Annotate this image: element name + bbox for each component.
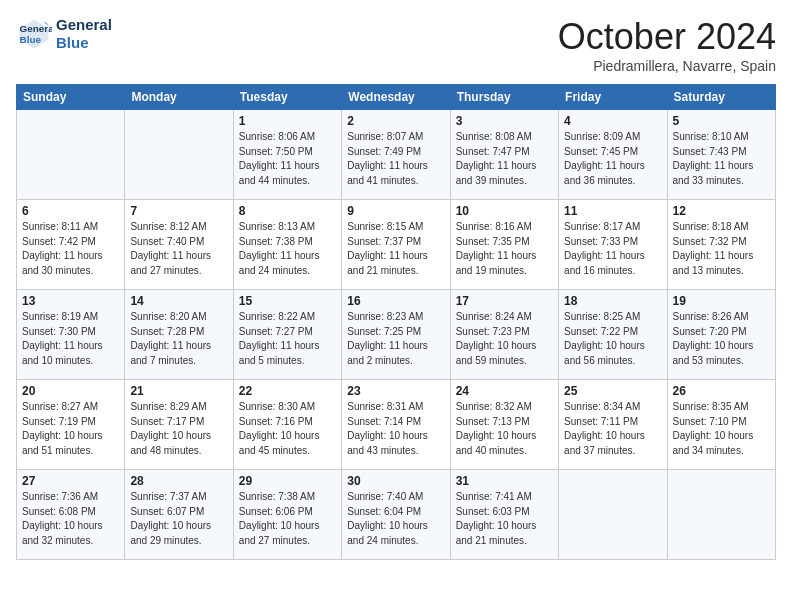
calendar-cell — [125, 110, 233, 200]
calendar-cell — [559, 470, 667, 560]
col-header-monday: Monday — [125, 85, 233, 110]
calendar-cell: 4Sunrise: 8:09 AM Sunset: 7:45 PM Daylig… — [559, 110, 667, 200]
day-number: 4 — [564, 114, 661, 128]
col-header-friday: Friday — [559, 85, 667, 110]
title-block: October 2024 Piedramillera, Navarre, Spa… — [558, 16, 776, 74]
calendar-cell: 23Sunrise: 8:31 AM Sunset: 7:14 PM Dayli… — [342, 380, 450, 470]
calendar-cell: 24Sunrise: 8:32 AM Sunset: 7:13 PM Dayli… — [450, 380, 558, 470]
day-number: 5 — [673, 114, 770, 128]
logo-line1: General — [56, 16, 112, 34]
calendar-cell: 12Sunrise: 8:18 AM Sunset: 7:32 PM Dayli… — [667, 200, 775, 290]
col-header-tuesday: Tuesday — [233, 85, 341, 110]
day-info: Sunrise: 8:26 AM Sunset: 7:20 PM Dayligh… — [673, 310, 770, 368]
day-number: 22 — [239, 384, 336, 398]
day-info: Sunrise: 7:41 AM Sunset: 6:03 PM Dayligh… — [456, 490, 553, 548]
day-number: 8 — [239, 204, 336, 218]
day-number: 2 — [347, 114, 444, 128]
day-info: Sunrise: 7:38 AM Sunset: 6:06 PM Dayligh… — [239, 490, 336, 548]
calendar-cell: 3Sunrise: 8:08 AM Sunset: 7:47 PM Daylig… — [450, 110, 558, 200]
calendar-header-row: SundayMondayTuesdayWednesdayThursdayFrid… — [17, 85, 776, 110]
calendar-cell: 28Sunrise: 7:37 AM Sunset: 6:07 PM Dayli… — [125, 470, 233, 560]
day-number: 25 — [564, 384, 661, 398]
day-info: Sunrise: 8:20 AM Sunset: 7:28 PM Dayligh… — [130, 310, 227, 368]
week-row-2: 6Sunrise: 8:11 AM Sunset: 7:42 PM Daylig… — [17, 200, 776, 290]
calendar-cell: 2Sunrise: 8:07 AM Sunset: 7:49 PM Daylig… — [342, 110, 450, 200]
page-header: General Blue General Blue October 2024 P… — [16, 16, 776, 74]
logo: General Blue General Blue — [16, 16, 112, 52]
calendar-cell: 20Sunrise: 8:27 AM Sunset: 7:19 PM Dayli… — [17, 380, 125, 470]
day-number: 14 — [130, 294, 227, 308]
day-number: 26 — [673, 384, 770, 398]
calendar-cell: 18Sunrise: 8:25 AM Sunset: 7:22 PM Dayli… — [559, 290, 667, 380]
day-number: 29 — [239, 474, 336, 488]
day-info: Sunrise: 8:30 AM Sunset: 7:16 PM Dayligh… — [239, 400, 336, 458]
month-title: October 2024 — [558, 16, 776, 58]
day-info: Sunrise: 8:09 AM Sunset: 7:45 PM Dayligh… — [564, 130, 661, 188]
calendar-cell: 31Sunrise: 7:41 AM Sunset: 6:03 PM Dayli… — [450, 470, 558, 560]
logo-icon: General Blue — [16, 16, 52, 52]
location: Piedramillera, Navarre, Spain — [558, 58, 776, 74]
day-info: Sunrise: 8:31 AM Sunset: 7:14 PM Dayligh… — [347, 400, 444, 458]
day-number: 12 — [673, 204, 770, 218]
day-info: Sunrise: 8:08 AM Sunset: 7:47 PM Dayligh… — [456, 130, 553, 188]
calendar-table: SundayMondayTuesdayWednesdayThursdayFrid… — [16, 84, 776, 560]
day-number: 18 — [564, 294, 661, 308]
day-number: 7 — [130, 204, 227, 218]
day-number: 16 — [347, 294, 444, 308]
day-number: 30 — [347, 474, 444, 488]
calendar-cell: 30Sunrise: 7:40 AM Sunset: 6:04 PM Dayli… — [342, 470, 450, 560]
calendar-cell: 15Sunrise: 8:22 AM Sunset: 7:27 PM Dayli… — [233, 290, 341, 380]
col-header-wednesday: Wednesday — [342, 85, 450, 110]
calendar-cell — [17, 110, 125, 200]
calendar-cell: 19Sunrise: 8:26 AM Sunset: 7:20 PM Dayli… — [667, 290, 775, 380]
calendar-cell: 22Sunrise: 8:30 AM Sunset: 7:16 PM Dayli… — [233, 380, 341, 470]
calendar-cell: 8Sunrise: 8:13 AM Sunset: 7:38 PM Daylig… — [233, 200, 341, 290]
calendar-cell: 26Sunrise: 8:35 AM Sunset: 7:10 PM Dayli… — [667, 380, 775, 470]
calendar-cell: 5Sunrise: 8:10 AM Sunset: 7:43 PM Daylig… — [667, 110, 775, 200]
day-number: 13 — [22, 294, 119, 308]
calendar-cell: 14Sunrise: 8:20 AM Sunset: 7:28 PM Dayli… — [125, 290, 233, 380]
calendar-cell: 9Sunrise: 8:15 AM Sunset: 7:37 PM Daylig… — [342, 200, 450, 290]
day-info: Sunrise: 7:37 AM Sunset: 6:07 PM Dayligh… — [130, 490, 227, 548]
day-info: Sunrise: 8:11 AM Sunset: 7:42 PM Dayligh… — [22, 220, 119, 278]
calendar-cell: 10Sunrise: 8:16 AM Sunset: 7:35 PM Dayli… — [450, 200, 558, 290]
day-number: 11 — [564, 204, 661, 218]
svg-text:Blue: Blue — [20, 34, 42, 45]
day-info: Sunrise: 8:23 AM Sunset: 7:25 PM Dayligh… — [347, 310, 444, 368]
week-row-1: 1Sunrise: 8:06 AM Sunset: 7:50 PM Daylig… — [17, 110, 776, 200]
calendar-cell: 6Sunrise: 8:11 AM Sunset: 7:42 PM Daylig… — [17, 200, 125, 290]
week-row-4: 20Sunrise: 8:27 AM Sunset: 7:19 PM Dayli… — [17, 380, 776, 470]
calendar-cell: 29Sunrise: 7:38 AM Sunset: 6:06 PM Dayli… — [233, 470, 341, 560]
day-number: 24 — [456, 384, 553, 398]
day-info: Sunrise: 8:16 AM Sunset: 7:35 PM Dayligh… — [456, 220, 553, 278]
day-number: 15 — [239, 294, 336, 308]
calendar-cell: 11Sunrise: 8:17 AM Sunset: 7:33 PM Dayli… — [559, 200, 667, 290]
day-number: 20 — [22, 384, 119, 398]
logo-line2: Blue — [56, 34, 112, 52]
week-row-3: 13Sunrise: 8:19 AM Sunset: 7:30 PM Dayli… — [17, 290, 776, 380]
calendar-cell: 25Sunrise: 8:34 AM Sunset: 7:11 PM Dayli… — [559, 380, 667, 470]
day-info: Sunrise: 8:22 AM Sunset: 7:27 PM Dayligh… — [239, 310, 336, 368]
day-info: Sunrise: 8:32 AM Sunset: 7:13 PM Dayligh… — [456, 400, 553, 458]
day-info: Sunrise: 8:34 AM Sunset: 7:11 PM Dayligh… — [564, 400, 661, 458]
day-number: 17 — [456, 294, 553, 308]
day-number: 28 — [130, 474, 227, 488]
calendar-cell: 16Sunrise: 8:23 AM Sunset: 7:25 PM Dayli… — [342, 290, 450, 380]
col-header-thursday: Thursday — [450, 85, 558, 110]
day-number: 21 — [130, 384, 227, 398]
day-info: Sunrise: 8:12 AM Sunset: 7:40 PM Dayligh… — [130, 220, 227, 278]
day-info: Sunrise: 8:29 AM Sunset: 7:17 PM Dayligh… — [130, 400, 227, 458]
calendar-cell: 1Sunrise: 8:06 AM Sunset: 7:50 PM Daylig… — [233, 110, 341, 200]
day-info: Sunrise: 8:19 AM Sunset: 7:30 PM Dayligh… — [22, 310, 119, 368]
day-number: 9 — [347, 204, 444, 218]
day-info: Sunrise: 8:17 AM Sunset: 7:33 PM Dayligh… — [564, 220, 661, 278]
day-info: Sunrise: 8:25 AM Sunset: 7:22 PM Dayligh… — [564, 310, 661, 368]
day-info: Sunrise: 8:24 AM Sunset: 7:23 PM Dayligh… — [456, 310, 553, 368]
calendar-cell: 21Sunrise: 8:29 AM Sunset: 7:17 PM Dayli… — [125, 380, 233, 470]
calendar-cell: 13Sunrise: 8:19 AM Sunset: 7:30 PM Dayli… — [17, 290, 125, 380]
day-number: 31 — [456, 474, 553, 488]
calendar-cell: 7Sunrise: 8:12 AM Sunset: 7:40 PM Daylig… — [125, 200, 233, 290]
col-header-saturday: Saturday — [667, 85, 775, 110]
day-number: 19 — [673, 294, 770, 308]
week-row-5: 27Sunrise: 7:36 AM Sunset: 6:08 PM Dayli… — [17, 470, 776, 560]
